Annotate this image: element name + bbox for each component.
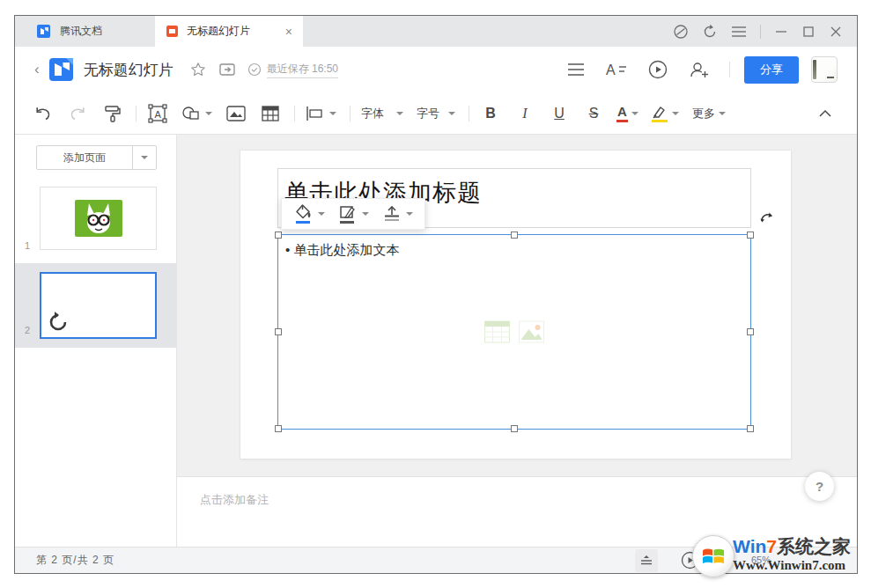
undo-button[interactable] [33,101,54,126]
window-controls [673,16,857,47]
resize-handle-top-middle[interactable] [511,232,518,239]
divider [469,106,469,121]
border-pen-icon [338,203,358,224]
font-family-select[interactable]: 字体 [361,101,403,126]
add-page-button[interactable]: 添加页面 [36,145,157,170]
slide-1-thumbnail[interactable] [40,187,157,250]
saved-check-icon [247,62,262,77]
underline-button[interactable]: U [549,101,570,126]
header-right-actions: A 分享 [557,56,838,84]
tab-untitled-slides[interactable]: 无标题幻灯片 × [155,16,303,47]
saved-status-text: 最近保存 16:50 [267,62,338,78]
tab-tencent-docs[interactable]: 腾讯文档 [26,16,155,47]
collapse-toolbar-icon[interactable] [815,101,836,126]
watermark-text: Win7系统之家 Www.Winwin7.com [733,537,851,573]
font-color-button[interactable]: A [617,101,638,126]
more-label: 更多 [692,106,715,121]
divider [760,25,761,39]
blocked-mode-icon[interactable] [673,24,689,40]
share-button[interactable]: 分享 [744,56,799,84]
divider [350,106,351,121]
caret-down-icon [318,212,325,216]
font-family-label: 字体 [361,106,384,121]
slide-thumbnail-row-1[interactable]: 1 [15,179,176,263]
slide-thumbnail-row-2[interactable]: 2 [15,263,176,348]
line-style-button[interactable] [382,204,413,224]
refresh-icon[interactable] [702,24,718,40]
canvas-area: 单击此处添加标题 [177,135,857,476]
notes-placeholder: 点击添加备注 [200,493,269,506]
insert-image-icon[interactable] [225,101,247,126]
highlight-color-button[interactable] [652,101,679,126]
present-play-icon[interactable] [648,60,668,79]
font-size-label: 字号 [417,106,439,121]
resize-handle-middle-left[interactable] [275,328,282,335]
bold-button[interactable]: B [480,101,501,126]
resize-handle-bottom-right[interactable] [747,425,754,432]
caret-down-icon [141,156,148,159]
tab-label: 无标题幻灯片 [187,24,250,39]
insert-table-icon[interactable] [260,101,281,126]
resize-handle-bottom-middle[interactable] [511,425,518,432]
slide-number: 2 [25,325,30,335]
slide-number: 1 [25,240,30,251]
star-favorite-icon[interactable] [190,62,206,77]
rabbit-image [75,200,122,237]
notes-toggle-button[interactable] [635,549,658,572]
main-editor: 单击此处添加标题 [177,135,857,547]
caret-down-icon [362,212,369,216]
content-placeholder-icons [484,320,545,343]
insert-table-placeholder-icon[interactable] [484,320,511,343]
minimize-icon[interactable] [774,25,788,39]
format-toolbar: A 字体 字号 B I U S A [15,92,857,135]
add-collaborator-icon[interactable] [689,60,710,79]
save-status[interactable]: 最近保存 16:50 [247,62,338,78]
caret-down-icon [672,112,679,115]
tab-close-icon[interactable]: × [285,26,292,38]
rotate-handle-icon[interactable] [758,209,776,227]
outline-menu-icon[interactable] [567,62,585,77]
slide-canvas[interactable]: 单击此处添加标题 [240,151,791,459]
strikethrough-button[interactable]: S [583,101,604,126]
border-color-button[interactable] [338,203,369,224]
insert-textbox-icon[interactable]: A [147,101,168,126]
help-button[interactable]: ? [805,472,834,501]
resize-handle-middle-right[interactable] [747,328,754,335]
menu-icon[interactable] [731,26,747,38]
windows-logo-icon [692,535,734,577]
redo-button[interactable] [67,101,88,126]
document-title[interactable]: 无标题幻灯片 [84,60,173,80]
italic-button[interactable]: I [514,101,535,126]
svg-text:A: A [606,62,616,77]
font-size-select[interactable]: 字号 [417,101,455,126]
caret-down-icon [396,112,403,115]
app-logo-icon[interactable] [48,56,75,83]
document-header: ‹ 无标题幻灯片 最近保存 16:50 A 分享 [15,47,857,92]
more-options-button[interactable]: 更多 [692,101,726,126]
caret-down-icon [329,112,336,115]
caret-down-icon [406,212,413,216]
body-textbox-selected[interactable]: • 单击此处添加文本 [277,234,751,430]
bullet-glyph: • [285,242,290,257]
add-page-dropdown[interactable] [133,156,156,159]
user-avatar[interactable] [811,56,838,83]
format-painter-icon[interactable] [101,101,122,126]
maximize-icon[interactable] [801,25,816,39]
divider [136,106,137,121]
resize-handle-bottom-left[interactable] [275,425,282,432]
tencent-docs-logo-icon [37,24,52,39]
page-indicator: 第 2 页/共 2 页 [36,553,114,568]
insert-image-placeholder-icon[interactable] [519,320,545,343]
move-to-folder-icon[interactable] [218,62,236,77]
align-options-icon[interactable] [306,101,336,126]
caret-down-icon [448,112,455,115]
slides-doc-icon [166,25,179,38]
close-window-icon[interactable] [829,25,843,39]
slide-2-thumbnail[interactable] [40,272,157,339]
insert-shape-icon[interactable] [181,101,212,126]
fill-color-button[interactable] [294,203,325,224]
back-chevron-icon[interactable]: ‹ [34,61,40,78]
text-outline-icon[interactable]: A [606,62,627,77]
resize-handle-top-left[interactable] [275,232,282,239]
resize-handle-top-right[interactable] [747,232,754,239]
